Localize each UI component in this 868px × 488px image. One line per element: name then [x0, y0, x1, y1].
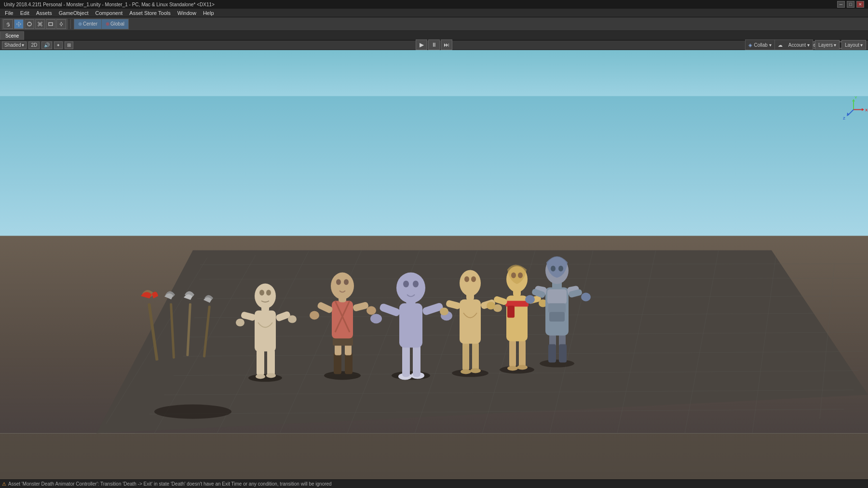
- audio-button[interactable]: 🔊: [41, 41, 52, 49]
- tool-move[interactable]: [14, 19, 24, 29]
- svg-point-60: [336, 279, 341, 285]
- svg-rect-110: [559, 344, 567, 363]
- svg-rect-113: [548, 303, 566, 313]
- cloud-button[interactable]: ☁: [775, 40, 786, 50]
- svg-point-41: [236, 319, 244, 327]
- grid-icon: ⊞: [67, 42, 71, 48]
- minimize-button[interactable]: ─: [837, 1, 845, 8]
- svg-point-100: [487, 302, 495, 310]
- tool-scale[interactable]: [35, 19, 45, 29]
- svg-point-104: [511, 273, 516, 278]
- collab-group: ◈ Collab ▾ ☁ Account ▾: [745, 40, 813, 50]
- svg-point-74: [403, 281, 409, 288]
- step-button[interactable]: ⏭: [441, 40, 452, 50]
- svg-point-57: [366, 306, 376, 315]
- menu-component[interactable]: Component: [92, 9, 125, 17]
- svg-point-120: [581, 293, 591, 302]
- svg-point-75: [413, 281, 419, 288]
- 2d-button[interactable]: 2D: [28, 41, 40, 49]
- status-bar: ⚠ Asset 'Monster Death Animator Controll…: [0, 479, 868, 488]
- collab-icon: ◈: [748, 42, 752, 48]
- svg-point-94: [517, 365, 528, 370]
- svg-rect-34: [257, 349, 264, 376]
- svg-rect-1: [39, 23, 41, 25]
- close-button[interactable]: ✕: [856, 1, 864, 8]
- play-button[interactable]: ▶: [416, 40, 427, 50]
- svg-point-56: [310, 311, 319, 320]
- scene-tabs: Scene: [0, 31, 868, 40]
- warning-icon: ⚠: [2, 481, 6, 487]
- tool-hand[interactable]: [3, 19, 13, 29]
- svg-point-42: [288, 316, 297, 323]
- svg-point-33: [248, 374, 282, 382]
- svg-point-73: [396, 273, 425, 303]
- scene-svg: Y X Z: [0, 50, 868, 479]
- transform-tools: [2, 19, 68, 29]
- svg-rect-53: [332, 301, 353, 339]
- play-controls: ▶ ⏸ ⏭: [416, 40, 452, 50]
- window-title: Unity 2018.4.21f1 Personal - Monster_1.u…: [4, 2, 215, 7]
- svg-text:Y: Y: [854, 95, 857, 100]
- account-button[interactable]: Account ▾: [786, 40, 813, 50]
- layout-dropdown-arrow: ▾: [860, 42, 863, 48]
- svg-point-106: [540, 360, 574, 368]
- menu-assets[interactable]: Assets: [33, 9, 55, 17]
- svg-point-89: [471, 277, 476, 282]
- scene-tab[interactable]: Scene: [0, 31, 24, 40]
- tool-rect[interactable]: [46, 19, 55, 29]
- svg-rect-65: [402, 344, 410, 377]
- svg-rect-38: [255, 311, 276, 352]
- svg-rect-67: [399, 303, 422, 348]
- global-btn[interactable]: ⊕ Global: [102, 19, 128, 29]
- svg-point-45: [259, 290, 264, 296]
- svg-text:X: X: [865, 108, 868, 112]
- svg-point-79: [461, 369, 471, 374]
- menu-window[interactable]: Window: [175, 9, 199, 17]
- svg-point-28: [154, 405, 231, 419]
- scene-viewport[interactable]: Y X Z: [0, 50, 868, 479]
- main-toolbar: ⊕ Center ⊕ Global ▶ ⏸ ⏭ ◈ Collab ▾: [0, 17, 868, 31]
- svg-rect-48: [334, 353, 341, 374]
- fx-icon: ✦: [56, 43, 60, 48]
- svg-point-88: [464, 277, 469, 282]
- pivot-mode: ⊕ Center ⊕ Global: [74, 19, 129, 29]
- menu-bar: File Edit Assets GameObject Component As…: [0, 9, 868, 17]
- center-btn[interactable]: ⊕ Center: [74, 19, 102, 29]
- shaded-dropdown[interactable]: Shaded ▾: [2, 41, 27, 49]
- fx-button[interactable]: ✦: [54, 41, 63, 49]
- svg-point-47: [324, 371, 361, 380]
- svg-rect-91: [509, 340, 516, 368]
- svg-rect-109: [548, 344, 556, 363]
- menu-gameobject[interactable]: GameObject: [56, 9, 92, 17]
- svg-point-44: [255, 284, 276, 309]
- svg-rect-2: [49, 23, 53, 26]
- svg-point-61: [344, 279, 349, 285]
- svg-point-59: [331, 273, 354, 300]
- svg-text:Z: Z: [843, 116, 845, 120]
- shaded-arrow: ▾: [22, 42, 24, 48]
- restore-button[interactable]: □: [847, 1, 854, 8]
- dropdown-arrow: ▾: [769, 42, 772, 48]
- tool-rotate[interactable]: [25, 19, 34, 29]
- audio-icon: 🔊: [44, 42, 50, 48]
- menu-file[interactable]: File: [2, 9, 16, 17]
- svg-point-46: [266, 290, 271, 296]
- menu-help[interactable]: Help: [200, 9, 217, 17]
- menu-edit[interactable]: Edit: [17, 9, 32, 17]
- tool-transform[interactable]: [56, 19, 66, 29]
- svg-rect-114: [549, 312, 565, 322]
- grid-button[interactable]: ⊞: [65, 41, 73, 49]
- svg-point-119: [525, 295, 535, 304]
- status-message: Asset 'Monster Death Animator Controller…: [8, 481, 332, 487]
- right-toolbar: ◈ Collab ▾ ☁ Account ▾ Layers ▾ Layout ▾: [745, 40, 866, 50]
- svg-point-123: [551, 266, 556, 272]
- menu-assetstoretools[interactable]: Asset Store Tools: [126, 9, 173, 17]
- layout-button[interactable]: Layout ▾: [841, 40, 866, 50]
- layers-button[interactable]: Layers ▾: [815, 40, 840, 50]
- separator-1: [70, 19, 71, 29]
- pause-button[interactable]: ⏸: [428, 40, 440, 50]
- svg-rect-97: [507, 306, 515, 318]
- collab-button[interactable]: ◈ Collab ▾: [746, 40, 774, 50]
- account-dropdown-arrow: ▾: [807, 42, 810, 48]
- cloud-icon: ☁: [778, 42, 783, 48]
